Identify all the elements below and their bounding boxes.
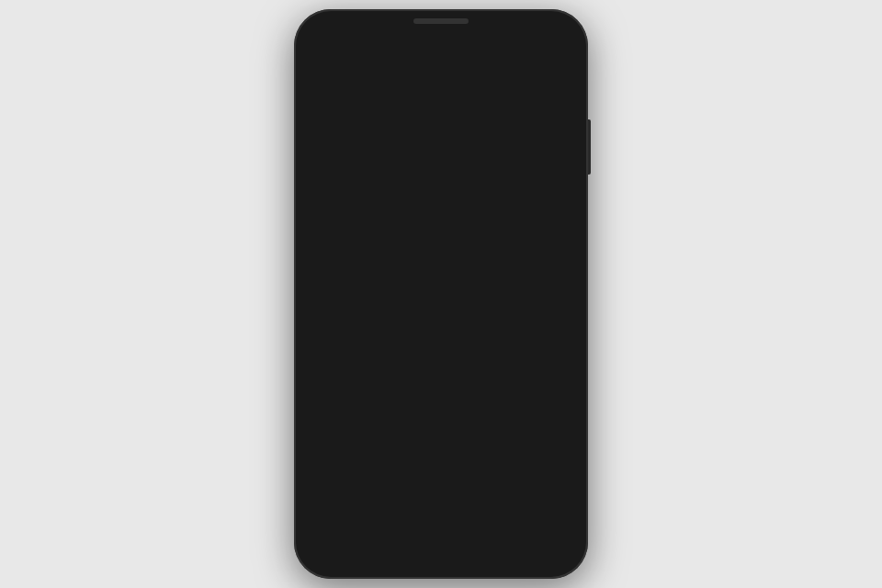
phone-wrapper: ☰ Google × ALL SHOPPING IMAGES xyxy=(294,9,588,579)
basket-1 xyxy=(379,234,424,277)
google-header: ☰ Google × ALL SHOPPING IMAGES xyxy=(305,35,577,155)
popup1-price: $421.00 xyxy=(342,366,431,377)
sponsored-bar: Sponsored i xyxy=(305,483,577,503)
header-row: ☰ Google xyxy=(316,44,566,74)
logo-o1: o xyxy=(414,46,427,71)
desk-lamp: 💡 xyxy=(373,420,396,442)
tab-all[interactable]: ALL xyxy=(320,129,357,154)
filter-contemporary[interactable]: contemporary xyxy=(433,198,520,220)
white-box-inner xyxy=(380,282,557,343)
wall-clock: 🕐 xyxy=(532,233,555,255)
hamburger-icon[interactable]: ☰ xyxy=(316,49,331,69)
popup1-name: Yaguoi Dark Wood... xyxy=(342,354,431,364)
books-left xyxy=(325,304,367,327)
popup2-status: On sale xyxy=(470,372,549,381)
avatar[interactable] xyxy=(537,44,566,74)
result-url: merchanturl.com xyxy=(316,541,566,552)
result-listing: Home Office Ideas: Creative Work From Ho… xyxy=(305,503,577,552)
search-button[interactable] xyxy=(528,87,556,115)
tag-icon: 🏷 xyxy=(473,169,482,179)
inner-cell-3 xyxy=(499,285,554,340)
search-input[interactable] xyxy=(326,94,513,109)
logo-o2: o xyxy=(427,46,440,71)
sponsored-label: Sponsored xyxy=(316,489,360,499)
search-bar[interactable]: × xyxy=(316,81,566,121)
basket-left-2 xyxy=(325,272,367,300)
popup2-price: $220.00 xyxy=(470,361,549,372)
search-tabs: ALL SHOPPING IMAGES NEWS VIDEOS xyxy=(316,129,566,155)
chair-pattern xyxy=(337,420,370,438)
office-image: 🌺 xyxy=(316,226,566,483)
desk-tray: ⬛ xyxy=(525,429,538,442)
inner-cell-2 xyxy=(441,285,496,340)
popup2-name: Schwartz Office ... xyxy=(470,349,549,359)
tab-shopping[interactable]: SHOPPING xyxy=(357,129,433,154)
white-box-shelf xyxy=(379,281,558,344)
clear-icon[interactable]: × xyxy=(513,93,521,109)
logo-g2: g xyxy=(440,46,453,71)
filter-hd[interactable]: HD xyxy=(420,163,456,185)
filter-gif[interactable]: GIF xyxy=(374,163,413,185)
desk-body xyxy=(316,447,566,483)
filter-color-orange[interactable] xyxy=(558,163,566,185)
flowers-left: 🌺 xyxy=(328,226,346,243)
main-image-area[interactable]: 🌺 xyxy=(316,226,566,483)
filter-product[interactable]: 🏷 Product xyxy=(463,163,534,185)
basket-2 xyxy=(427,234,471,277)
inner-cell-1 xyxy=(383,285,438,340)
filter-latest[interactable]: Latest xyxy=(316,163,367,185)
tab-news[interactable]: NEWS xyxy=(493,129,544,154)
chair-seat xyxy=(336,419,371,439)
filter-row-2: glam modern contemporary decor xyxy=(305,193,577,226)
tab-images[interactable]: IMAGES xyxy=(433,129,493,154)
product-popup-1[interactable]: Yaguoi Dark Wood... $421.00 Free shippin… xyxy=(334,348,438,391)
logo-e: e xyxy=(458,46,469,71)
filter-color-red[interactable] xyxy=(541,163,549,185)
filter-row-1: Latest GIF HD 🏷 Product xyxy=(305,155,577,193)
sponsored-info-icon: i xyxy=(364,488,375,499)
filter-glam[interactable]: glam xyxy=(316,198,360,220)
filter-decor[interactable]: decor xyxy=(527,198,575,220)
desk-plant: 🌿 xyxy=(500,427,515,442)
product-popup-2[interactable]: Schwartz Office ... $220.00 On sale xyxy=(463,344,557,387)
google-logo: Google xyxy=(399,46,469,72)
popup1-status: Free shipping xyxy=(342,377,431,386)
search-icon xyxy=(536,95,548,107)
filter-modern[interactable]: modern xyxy=(368,198,425,220)
result-title[interactable]: Home Office Ideas: Creative Work From Ho… xyxy=(316,508,566,541)
tab-videos[interactable]: VIDEOS xyxy=(544,129,577,154)
basket-3 xyxy=(475,234,519,277)
filter-product-label: Product xyxy=(486,167,524,180)
logo-g: G xyxy=(399,46,415,71)
phone-screen: ☰ Google × ALL SHOPPING IMAGES xyxy=(305,35,577,553)
